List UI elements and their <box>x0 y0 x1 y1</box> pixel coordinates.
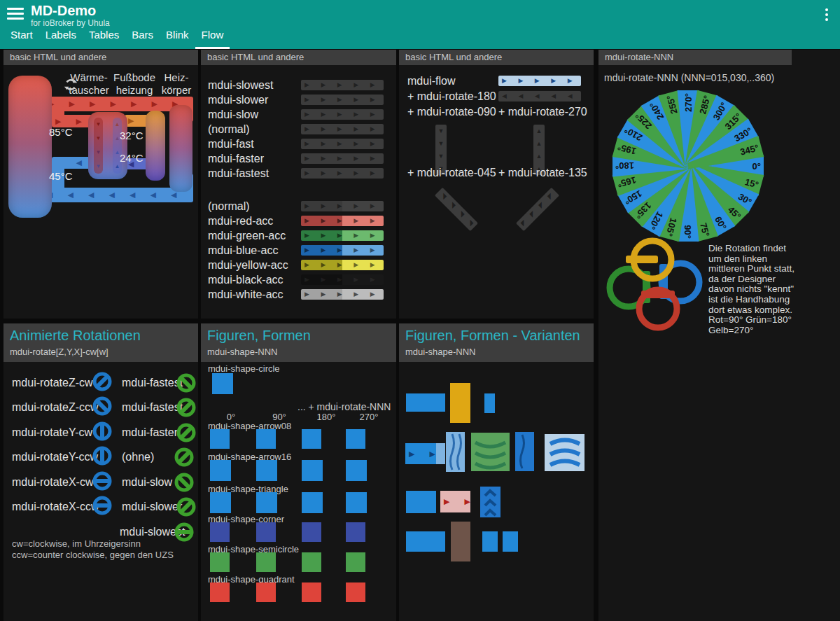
flow-bar: ▶ ▶ ▶ ▶ ▶ ▶ ▶ ▶ <box>301 216 384 226</box>
tab-blink[interactable]: Blink <box>160 26 195 49</box>
column-270deg: 270° <box>354 412 384 422</box>
shape-sample <box>256 552 276 572</box>
shape-sample <box>302 460 323 481</box>
panel-rotate-nnn: mdui-rotate-NNN mdui-rotate-NNN (NNN=015… <box>598 50 840 621</box>
rotation-right-label: (ohne) <box>122 451 173 463</box>
flow-label: mdui-flow <box>407 75 455 88</box>
pipe-orange: ▶ ▶ <box>125 115 148 127</box>
row-label: mdui-fast <box>208 138 301 151</box>
tab-bars[interactable]: Bars <box>125 26 160 49</box>
rotate-045-bar: ◢◢◢◢ <box>435 188 478 231</box>
rotation-right-label: mdui-slower <box>122 501 175 513</box>
rotation-ring-icon <box>91 395 113 417</box>
flow-bar: ▶ ▶ ▶ ▶ ▶ ▶ ▶ ▶ <box>301 260 384 270</box>
list-row: mdui-blue-acc▶ ▶ ▶ ▶ ▶ ▶ ▶ ▶ <box>201 243 396 258</box>
column-180deg: 180° <box>311 412 342 422</box>
list-row: mdui-slowest▶ ▶ ▶ ▶ ▶ ▶ ▶ ▶ <box>201 78 396 92</box>
app-bar: MD-Demo for ioBroker by Uhula StartLabel… <box>0 0 840 49</box>
shape-sample <box>256 522 276 542</box>
tank-floor-heating <box>146 111 165 181</box>
flow-bar: ▶ ▶ ▶ ▶ ▶ ▶ ▶ ▶ <box>301 95 384 105</box>
rotation-left-label: mdui-rotateZ-ccw <box>12 401 91 414</box>
row-label: mdui-red-acc <box>208 215 301 228</box>
variant-pink-arrow-bar: ▶ ▶ ▶ <box>440 491 470 512</box>
shape-sample <box>346 492 367 513</box>
tab-labels[interactable]: Labels <box>39 26 83 49</box>
pipe-cold-bottom: ◀ ◀ ◀ ◀ ◀ ◀ ◀ ◀ ◀ ◀ ◀ ◀ <box>43 188 193 202</box>
shape-sample <box>210 460 231 481</box>
rotation-row: mdui-rotateX-ccw mdui-slower <box>12 495 195 520</box>
rotation-note: Die Rotation findet um den linken mittle… <box>708 244 797 335</box>
tab-flow[interactable]: Flow <box>195 26 230 49</box>
row-label: mdui-yellow-acc <box>208 259 301 272</box>
panel-figuren-varianten: Figuren, Formen - Varianten mdui-shape-N… <box>399 323 594 621</box>
row-label: (normal) <box>208 200 301 213</box>
rotation-row: mdui-rotateX-cw mdui-slow <box>12 470 195 495</box>
hamburger-menu-icon[interactable] <box>7 8 24 20</box>
rotation-right-label: mdui-slow <box>122 476 173 489</box>
shape-sample <box>256 492 277 513</box>
rotation-right-label: mdui-slowest <box>120 526 173 538</box>
shape-circle-sample <box>212 373 233 394</box>
md-demo-page: MD-Demo for ioBroker by Uhula StartLabel… <box>0 0 840 621</box>
rotation-ring-icon <box>175 496 197 518</box>
flow-bar: ▶ ▶ ▶ ▶ ▶ ▶ ▶ ▶ <box>301 289 384 300</box>
flow-bar: ▶ ▶ ▶ ▶ ▶ ▶ ▶ ▶ <box>301 124 384 134</box>
list-row: mdui-fast▶ ▶ ▶ ▶ ▶ ▶ ▶ ▶ <box>201 137 396 151</box>
shape-sample <box>210 429 230 449</box>
panel-basic-html-2: basic HTML und andere mdui-slowest▶ ▶ ▶ … <box>201 50 396 319</box>
list-row: mdui-green-acc▶ ▶ ▶ ▶ ▶ ▶ ▶ ▶ <box>201 228 396 243</box>
shape-sample <box>256 429 276 449</box>
panel-header: basic HTML und andere <box>399 50 594 65</box>
list-row: mdui-slow▶ ▶ ▶ ▶ ▶ ▶ ▶ ▶ <box>201 107 396 122</box>
rotation-ring-icon <box>175 421 197 444</box>
row-label: (normal) <box>208 123 301 136</box>
variant-blue-square-2 <box>503 531 518 552</box>
exchanger-down-column: ▼▼▼▼ <box>94 118 103 174</box>
flow-bar: ▶ ▶ ▶ ▶ ▶ ▶ ▶ ▶ <box>301 230 384 241</box>
diagram-label-radiator: Heiz-körper <box>157 71 196 97</box>
shape-sample <box>256 460 277 481</box>
rotation-note-1: cw=clockwise, im Uhrzeigersinn <box>12 538 141 549</box>
rotation-row: mdui-rotateZ-cw mdui-fastest <box>12 370 195 396</box>
rotation-right-label: mdui-faster <box>122 426 175 439</box>
variant-blue-square-1 <box>482 531 498 552</box>
shape-sample <box>256 582 276 602</box>
panel-title: Figuren, Formen <box>207 328 390 344</box>
row-label: mdui-faster <box>208 153 301 165</box>
rotation-list: mdui-rotateZ-cw mdui-fastest mdui-rotate… <box>12 370 195 545</box>
rotation-left-label: mdui-rotateY-ccw <box>12 451 91 463</box>
kebab-menu-icon[interactable] <box>820 6 833 25</box>
tank-buffer <box>8 76 52 218</box>
rotate-270-label: + mdui-rotate-270 <box>498 106 587 118</box>
panel-basic-html-1: basic HTML und andere Wärme-tauscher Fuß… <box>4 50 198 319</box>
panel-title: Figuren, Formen - Varianten <box>405 328 587 344</box>
shape-sample <box>302 552 321 572</box>
rotate-180-bar: ◀ ◀ ◀ ◀ ◀ ◀ ◀ ◀ <box>498 91 581 102</box>
temp-32: 32°C <box>120 130 144 141</box>
panel-header: Animierte Rotationen mdui-rotate[Z,Y,X]-… <box>4 323 198 362</box>
panel-title: Animierte Rotationen <box>10 328 192 344</box>
rotation-ring-icon <box>91 445 113 467</box>
rotate-135-label: + mdui-rotate-135 <box>498 167 587 179</box>
exchanger-up-column: ▲▲▲▲ <box>113 118 122 174</box>
rotate-135-bar: ◣◣◣◣ <box>516 188 559 231</box>
rotate-180-label: + mdui-rotate-180 <box>407 90 496 103</box>
rotation-ring-icon <box>175 396 197 419</box>
tab-start[interactable]: Start <box>4 26 39 49</box>
rotation-ring-icon <box>173 446 195 468</box>
heating-diagram: Wärme-tauscher Fußbodeheizung Heiz-körpe… <box>6 70 196 238</box>
rotation-row: mdui-rotateY-ccw (ohne) <box>12 445 195 470</box>
temp-85: 85°C <box>49 126 73 138</box>
row-label: mdui-blue-acc <box>208 244 301 257</box>
rotated-rings-graphic <box>602 233 714 335</box>
list-row: mdui-yellow-acc▶ ▶ ▶ ▶ ▶ ▶ ▶ ▶ <box>201 258 396 272</box>
row-label: mdui-slow <box>208 109 301 121</box>
list-row: mdui-white-acc▶ ▶ ▶ ▶ ▶ ▶ ▶ ▶ <box>201 287 396 302</box>
tank-heat-exchanger: ▼▼▼▼ ▲▲▲▲ <box>88 112 127 179</box>
variant-blue-rect-1 <box>406 393 445 412</box>
flow-bar: ▶ ▶ ▶ ▶ ▶ ▶ ▶ ▶ <box>301 139 384 149</box>
shape-sample <box>210 522 230 542</box>
tab-tables[interactable]: Tables <box>83 26 125 49</box>
rotation-left-label: mdui-rotateX-ccw <box>12 501 91 513</box>
